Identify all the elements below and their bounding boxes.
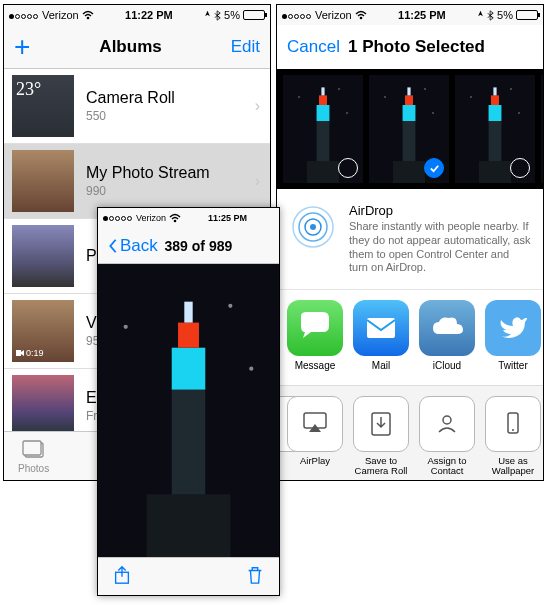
wifi-icon — [355, 9, 367, 21]
battery-pct: 5% — [497, 9, 513, 21]
save-icon — [367, 410, 395, 438]
status-bar: Verizon 11:22 PM 5% — [4, 5, 270, 25]
battery-icon — [516, 10, 538, 20]
album-thumb — [12, 150, 74, 212]
airplay-icon — [301, 410, 329, 438]
navbar: Cancel 1 Photo Selected — [277, 25, 543, 69]
share-button[interactable] — [112, 564, 132, 590]
wallpaper-icon — [499, 410, 527, 438]
carrier-label: Verizon — [315, 9, 352, 21]
status-bar: Verizon 11:25 PM — [98, 208, 279, 228]
airdrop-title: AirDrop — [349, 203, 531, 218]
video-icon — [16, 349, 24, 357]
signal-dots-icon — [282, 9, 312, 21]
airdrop-row[interactable]: AirDrop Share instantly with people near… — [277, 189, 543, 289]
wifi-icon — [82, 9, 94, 21]
status-time: 11:22 PM — [94, 9, 204, 21]
mail-icon — [361, 308, 401, 348]
photo-selection-row[interactable] — [277, 69, 543, 189]
status-time: 11:25 PM — [367, 9, 477, 21]
edit-button[interactable]: Edit — [231, 37, 260, 57]
album-count: 550 — [86, 109, 255, 123]
album-row-camera-roll[interactable]: 23° Camera Roll 550 › — [4, 69, 270, 144]
share-action-save[interactable]: Save toCamera Roll — [353, 396, 409, 477]
twitter-icon — [493, 308, 533, 348]
airdrop-icon — [289, 203, 337, 251]
photo-preview — [541, 75, 543, 183]
selection-circle-checked[interactable] — [424, 158, 444, 178]
video-badge: 0:19 — [16, 348, 44, 358]
chevron-right-icon: › — [255, 97, 260, 115]
chevron-right-icon: › — [255, 172, 260, 190]
album-name: Camera Roll — [86, 89, 255, 107]
message-icon — [295, 308, 335, 348]
photos-icon — [22, 439, 46, 461]
share-app-twitter[interactable]: Twitter — [485, 300, 541, 371]
bottom-toolbar — [98, 557, 279, 595]
selectable-photo[interactable] — [455, 75, 535, 183]
share-icon — [112, 564, 132, 586]
page-title: 1 Photo Selected — [348, 37, 485, 57]
location-icon — [477, 10, 484, 21]
back-button[interactable]: Back — [108, 236, 158, 256]
selection-circle[interactable] — [510, 158, 530, 178]
album-name: My Photo Stream — [86, 164, 255, 182]
add-album-button[interactable]: + — [14, 37, 30, 57]
contact-icon — [433, 410, 461, 438]
cancel-button[interactable]: Cancel — [287, 37, 340, 57]
chevron-left-icon — [108, 238, 118, 254]
svg-rect-23 — [16, 350, 21, 356]
share-app-mail[interactable]: Mail — [353, 300, 409, 371]
photo-detail-screen: Verizon 11:25 PM Back 389 of 989 — [97, 207, 280, 596]
share-action-contact[interactable]: Assign toContact — [419, 396, 475, 477]
bluetooth-icon — [214, 10, 221, 21]
selectable-photo[interactable] — [369, 75, 449, 183]
share-app-message[interactable]: Message — [287, 300, 343, 371]
photo-content — [98, 264, 279, 557]
share-action-airplay[interactable]: AirPlay — [287, 396, 343, 477]
album-thumb: 0:19 — [12, 300, 74, 362]
check-icon — [429, 163, 440, 174]
share-app-icloud[interactable]: iCloud — [419, 300, 475, 371]
trash-button[interactable] — [245, 564, 265, 590]
trash-icon — [245, 564, 265, 586]
selection-circle[interactable] — [338, 158, 358, 178]
wifi-icon — [169, 212, 181, 224]
album-count: 990 — [86, 184, 255, 198]
album-thumb: 23° — [12, 75, 74, 137]
album-thumb — [12, 375, 74, 437]
location-icon — [204, 10, 211, 21]
share-screen: Verizon 11:25 PM 5% Cancel 1 Photo Selec… — [276, 4, 544, 481]
album-thumb — [12, 225, 74, 287]
selectable-photo[interactable] — [541, 75, 543, 183]
battery-icon — [243, 10, 265, 20]
page-title: Albums — [99, 37, 161, 57]
tab-photos[interactable]: Photos — [18, 439, 49, 474]
photo-viewport[interactable] — [98, 264, 279, 557]
carrier-label: Verizon — [136, 213, 166, 223]
carrier-label: Verizon — [42, 9, 79, 21]
navbar: + Albums Edit — [4, 25, 270, 69]
navbar: Back 389 of 989 — [98, 228, 279, 264]
photo-counter: 389 of 989 — [165, 238, 233, 254]
signal-dots-icon — [103, 213, 133, 223]
signal-dots-icon — [9, 9, 39, 21]
share-apps-row[interactable]: Message Mail iCloud Twitter — [277, 289, 543, 385]
cloud-icon — [427, 308, 467, 348]
share-actions-row[interactable]: ow AirPlay Save toCamera Roll Assign toC… — [277, 385, 543, 481]
share-action-wallpaper[interactable]: Use asWallpaper — [485, 396, 541, 477]
selectable-photo[interactable] — [283, 75, 363, 183]
bluetooth-icon — [487, 10, 494, 21]
battery-pct: 5% — [224, 9, 240, 21]
status-time: 11:25 PM — [181, 213, 274, 223]
status-bar: Verizon 11:25 PM 5% — [277, 5, 543, 25]
airdrop-desc: Share instantly with people nearby. If t… — [349, 220, 531, 275]
